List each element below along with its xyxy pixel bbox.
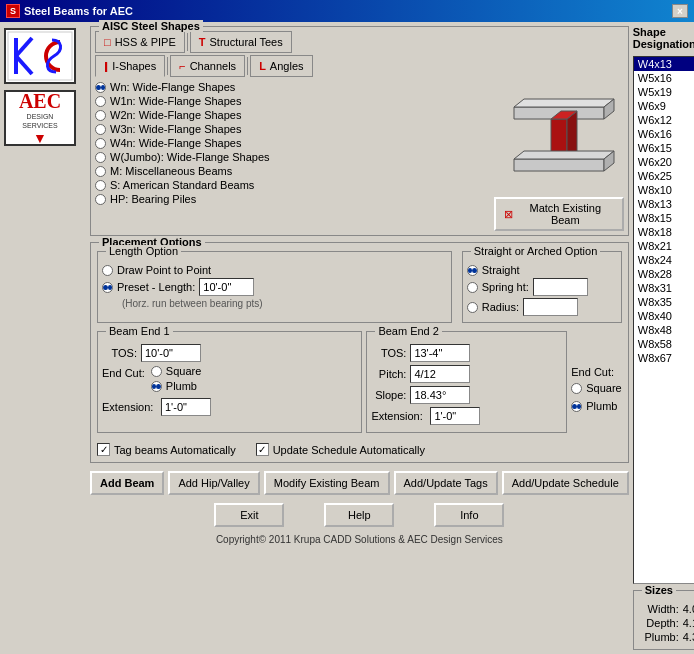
tab-tees[interactable]: T Structural Tees xyxy=(190,31,292,53)
radio-m[interactable]: M: Miscellaneous Beams xyxy=(95,165,490,177)
preset-length-input[interactable] xyxy=(199,278,254,296)
radio-w1n-btn[interactable] xyxy=(95,96,106,107)
shape-item[interactable]: W8x18 xyxy=(634,225,694,239)
shape-item[interactable]: W8x15 xyxy=(634,211,694,225)
tab-angles[interactable]: L Angles xyxy=(250,55,312,77)
radio-w2n[interactable]: W2n: Wide-Flange Shapes xyxy=(95,109,490,121)
radio-radius-btn[interactable] xyxy=(467,302,478,313)
radio-spring-btn[interactable] xyxy=(467,282,478,293)
aisc-group-label: AISC Steel Shapes xyxy=(99,20,203,32)
radio-draw-point[interactable]: Draw Point to Point xyxy=(102,264,447,276)
radio-spring[interactable]: Spring ht: xyxy=(467,278,617,296)
shape-item[interactable]: W8x10 xyxy=(634,183,694,197)
add-update-schedule-button[interactable]: Add/Update Schedule xyxy=(502,471,629,495)
info-button[interactable]: Info xyxy=(434,503,504,527)
add-update-tags-button[interactable]: Add/Update Tags xyxy=(394,471,498,495)
radio-hp[interactable]: HP: Bearing Piles xyxy=(95,193,490,205)
radio-w2n-btn[interactable] xyxy=(95,110,106,121)
copyright: Copyright© 2011 Krupa CADD Solutions & A… xyxy=(90,534,629,545)
tos2-input[interactable] xyxy=(410,344,470,362)
radio-radius[interactable]: Radius: xyxy=(467,298,617,316)
add-hip-valley-button[interactable]: Add Hip/Valley xyxy=(168,471,259,495)
update-schedule-row: ✓ Update Schedule Automatically xyxy=(256,443,425,456)
svg-marker-10 xyxy=(514,159,604,171)
shape-item[interactable]: W8x21 xyxy=(634,239,694,253)
shape-item[interactable]: W8x35 xyxy=(634,295,694,309)
plumb-row: Plumb: 4.385 xyxy=(638,631,694,643)
hss-icon: □ xyxy=(104,36,111,48)
length-option-label: Length Option xyxy=(106,245,181,257)
tab-ishapes[interactable]: I I-Shapes xyxy=(95,55,165,77)
add-beam-button[interactable]: Add Beam xyxy=(90,471,164,495)
shape-item[interactable]: W8x58 xyxy=(634,337,694,351)
tos1-input[interactable] xyxy=(141,344,201,362)
radio-plumb2[interactable]: Plumb xyxy=(571,400,621,412)
radio-plumb1[interactable]: Plumb xyxy=(151,380,201,392)
shape-item[interactable]: W8x24 xyxy=(634,253,694,267)
shape-item[interactable]: W8x48 xyxy=(634,323,694,337)
width-row: Width: 4.06 xyxy=(638,603,694,615)
tag-beams-checkbox[interactable]: ✓ xyxy=(97,443,110,456)
shape-item[interactable]: W5x19 xyxy=(634,85,694,99)
shape-item[interactable]: W8x13 xyxy=(634,197,694,211)
shape-item[interactable]: W8x40 xyxy=(634,309,694,323)
shape-item[interactable]: W5x16 xyxy=(634,71,694,85)
shape-item[interactable]: W6x9 xyxy=(634,99,694,113)
radio-straight-btn[interactable] xyxy=(467,265,478,276)
close-button[interactable]: × xyxy=(672,4,688,18)
radio-w3n[interactable]: W3n: Wide-Flange Shapes xyxy=(95,123,490,135)
slope-input[interactable] xyxy=(410,386,470,404)
angles-icon: L xyxy=(259,60,266,72)
radio-square1[interactable]: Square xyxy=(151,365,201,377)
ext2-input[interactable] xyxy=(430,407,480,425)
radio-w4n-btn[interactable] xyxy=(95,138,106,149)
radio-wjumbo-btn[interactable] xyxy=(95,152,106,163)
ibeam-image xyxy=(499,89,619,189)
update-schedule-checkbox[interactable]: ✓ xyxy=(256,443,269,456)
tab-hss[interactable]: □ HSS & PIPE xyxy=(95,31,185,53)
help-button[interactable]: Help xyxy=(324,503,394,527)
radio-draw-point-btn[interactable] xyxy=(102,265,113,276)
modify-existing-beam-button[interactable]: Modify Existing Beam xyxy=(264,471,390,495)
shape-item[interactable]: W8x67 xyxy=(634,351,694,365)
exit-button[interactable]: Exit xyxy=(214,503,284,527)
tab-channels[interactable]: ⌐ Channels xyxy=(170,55,245,77)
shape-item[interactable]: W4x13 xyxy=(634,57,694,71)
radio-preset[interactable]: Preset - Length: xyxy=(102,278,447,296)
shape-item[interactable]: W6x15 xyxy=(634,141,694,155)
ishapes-icon: I xyxy=(104,59,108,74)
radio-straight[interactable]: Straight xyxy=(467,264,617,276)
radio-plumb2-btn[interactable] xyxy=(571,401,582,412)
match-existing-beam-button[interactable]: ⊠ Match Existing Beam xyxy=(494,197,624,231)
radio-plumb1-btn[interactable] xyxy=(151,381,162,392)
radio-hp-btn[interactable] xyxy=(95,194,106,205)
radio-s-btn[interactable] xyxy=(95,180,106,191)
width-value: 4.06 xyxy=(683,603,694,615)
radio-m-btn[interactable] xyxy=(95,166,106,177)
shape-item[interactable]: W8x31 xyxy=(634,281,694,295)
spring-ht-input[interactable] xyxy=(533,278,588,296)
aec-logo: AEC DESIGNSERVICES ▼ xyxy=(4,90,76,146)
radio-square2[interactable]: Square xyxy=(571,382,621,394)
shape-list[interactable]: W4x13W5x16W5x19W6x9W6x12W6x16W6x15W6x20W… xyxy=(633,56,694,584)
radio-square2-btn[interactable] xyxy=(571,383,582,394)
pitch-input[interactable] xyxy=(410,365,470,383)
shape-item[interactable]: W6x25 xyxy=(634,169,694,183)
radio-square1-btn[interactable] xyxy=(151,366,162,377)
shape-item[interactable]: W6x12 xyxy=(634,113,694,127)
radio-w4n[interactable]: W4n: Wide-Flange Shapes xyxy=(95,137,490,149)
shape-designation-label: Shape Designation xyxy=(633,26,694,50)
radio-w3n-btn[interactable] xyxy=(95,124,106,135)
radio-s[interactable]: S: American Standard Beams xyxy=(95,179,490,191)
shape-item[interactable]: W6x16 xyxy=(634,127,694,141)
radio-wjumbo[interactable]: W(Jumbo): Wide-Flange Shapes xyxy=(95,151,490,163)
ext1-input[interactable] xyxy=(161,398,211,416)
shape-item[interactable]: W8x28 xyxy=(634,267,694,281)
tos1-row: TOS: xyxy=(102,344,357,362)
radio-wn[interactable]: Wn: Wide-Flange Shapes xyxy=(95,81,490,93)
radio-w1n[interactable]: W1n: Wide-Flange Shapes xyxy=(95,95,490,107)
radio-preset-btn[interactable] xyxy=(102,282,113,293)
radio-wn-btn[interactable] xyxy=(95,82,106,93)
shape-item[interactable]: W6x20 xyxy=(634,155,694,169)
radius-input[interactable] xyxy=(523,298,578,316)
